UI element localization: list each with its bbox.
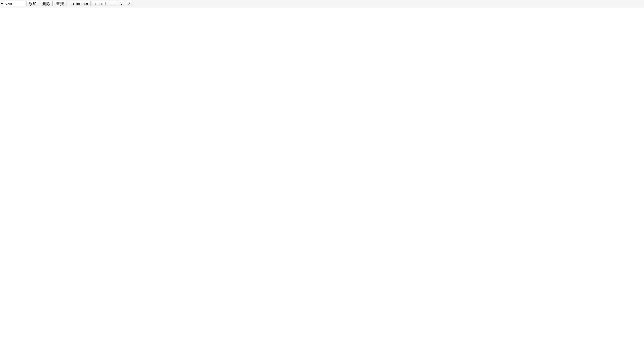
add-brother-button[interactable]: + brother xyxy=(70,1,91,6)
move-down-button[interactable]: ∨ xyxy=(118,1,125,6)
node-name-input[interactable] xyxy=(4,1,25,6)
chevron-icon: ▸ xyxy=(1,1,3,6)
add-child-button[interactable]: + child xyxy=(92,1,108,6)
find-button[interactable]: 查找 xyxy=(54,1,66,6)
toolbar: ▸ 添加 删除 查找 + brother + child — ∨ ∧ xyxy=(0,0,644,7)
move-up-button[interactable]: ∧ xyxy=(126,1,133,6)
toolbar-divider xyxy=(68,1,68,7)
add-button[interactable]: 添加 xyxy=(26,1,39,6)
delete-button[interactable]: 删除 xyxy=(40,1,53,6)
remove-button[interactable]: — xyxy=(109,1,117,6)
